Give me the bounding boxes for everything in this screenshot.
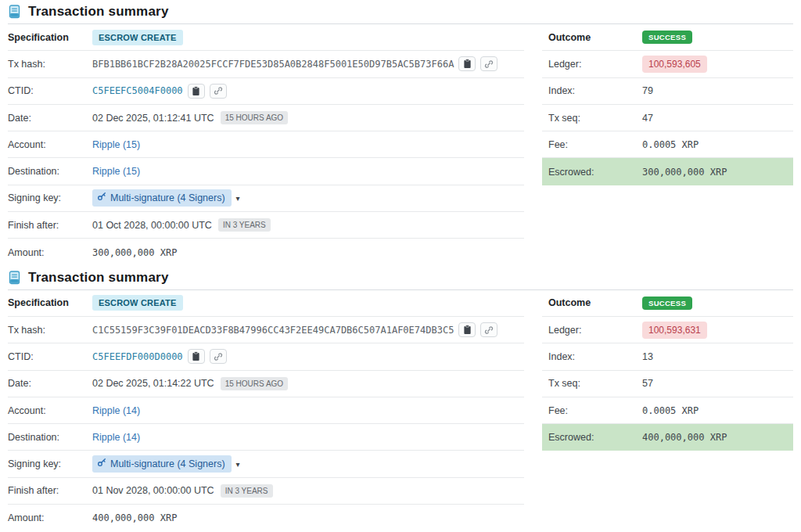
fee-label: Fee: <box>548 139 642 150</box>
date-row: Date: 02 Dec 2025, 01:14:22 UTC 15 HOURS… <box>8 371 524 397</box>
finish-after-label: Finish after: <box>8 485 92 496</box>
specification-panel: Specification ESCROW CREATE Tx hash: C1C… <box>8 290 524 532</box>
specification-label: Specification <box>8 297 92 308</box>
ledger-index-badge[interactable]: 100,593,605 <box>642 56 707 73</box>
fee-label: Fee: <box>548 405 642 416</box>
key-icon <box>97 458 106 469</box>
copy-tx-hash-button[interactable] <box>458 322 476 337</box>
amount-value: 400,000,000 XRP <box>92 512 177 523</box>
tx-seq-label: Tx seq: <box>548 113 642 124</box>
outcome-panel: Outcome SUCCESS Ledger: 100,593,631 Inde… <box>542 290 793 451</box>
success-badge: SUCCESS <box>642 31 692 44</box>
transaction-summary-section-1: Transaction summary Specification ESCROW… <box>8 0 793 266</box>
clipboard-icon <box>192 351 200 361</box>
index-label: Index: <box>548 85 642 96</box>
destination-label: Destination: <box>8 432 92 443</box>
account-link[interactable]: Ripple (15) <box>92 139 140 150</box>
success-badge: SUCCESS <box>642 297 692 310</box>
ctid-label: CTID: <box>8 85 92 96</box>
tx-hash-row: Tx hash: BFB1BB61BCF2B28A20025FCCF7FDE53… <box>8 51 524 77</box>
ctid-link-button[interactable] <box>210 349 227 364</box>
tx-hash-link-button[interactable] <box>480 56 497 71</box>
date-value: 02 Dec 2025, 01:14:22 UTC <box>92 378 214 389</box>
finish-after-label: Finish after: <box>8 220 92 231</box>
escrowed-label: Escrowed: <box>548 167 642 178</box>
destination-row: Destination: Ripple (15) <box>8 158 524 185</box>
tx-hash-value: BFB1BB61BCF2B28A20025FCCF7FDE53D85A0B284… <box>92 59 454 70</box>
signing-key-row: Signing key: Multi-signature (4 Signers)… <box>8 185 524 212</box>
tx-hash-label: Tx hash: <box>8 325 92 336</box>
account-row: Account: Ripple (14) <box>8 397 524 424</box>
amount-row: Amount: 400,000,000 XRP <box>8 505 524 531</box>
escrowed-label: Escrowed: <box>548 432 642 443</box>
finish-after-value: 01 Oct 2028, 00:00:00 UTC <box>92 220 212 231</box>
date-label: Date: <box>8 378 92 389</box>
link-icon <box>484 59 494 69</box>
index-value: 79 <box>642 85 653 96</box>
copy-tx-hash-button[interactable] <box>458 56 476 71</box>
date-value: 02 Dec 2025, 01:12:41 UTC <box>92 113 214 124</box>
ledger-row: Ledger: 100,593,631 <box>542 317 793 343</box>
multi-signature-badge[interactable]: Multi-signature (4 Signers) <box>92 455 232 473</box>
fee-value: 0.0005 XRP <box>642 405 699 416</box>
copy-ctid-button[interactable] <box>188 84 205 99</box>
account-link[interactable]: Ripple (14) <box>92 405 140 416</box>
signing-key-label: Signing key: <box>8 192 92 203</box>
amount-value: 300,000,000 XRP <box>92 247 177 258</box>
destination-label: Destination: <box>8 166 92 177</box>
signing-key-label: Signing key: <box>8 458 92 469</box>
specification-row: Specification ESCROW CREATE <box>8 290 524 317</box>
clipboard-icon <box>463 325 472 335</box>
ctid-row: CTID: C5FEEFDF000D0000 <box>8 343 524 370</box>
index-label: Index: <box>548 351 642 362</box>
clipboard-icon <box>463 59 472 69</box>
ledger-row: Ledger: 100,593,605 <box>542 51 793 77</box>
caret-down-icon[interactable]: ▾ <box>236 460 240 469</box>
tx-seq-label: Tx seq: <box>548 378 642 389</box>
account-row: Account: Ripple (15) <box>8 131 524 158</box>
ledger-label: Ledger: <box>548 325 642 336</box>
specification-row: Specification ESCROW CREATE <box>8 24 524 51</box>
multi-signature-label: Multi-signature (4 Signers) <box>110 458 225 469</box>
escrowed-value: 300,000,000 XRP <box>642 167 727 178</box>
tx-type-badge: ESCROW CREATE <box>92 295 183 311</box>
destination-link[interactable]: Ripple (14) <box>92 432 140 443</box>
multi-signature-badge[interactable]: Multi-signature (4 Signers) <box>92 189 232 207</box>
tx-hash-link-button[interactable] <box>480 322 497 337</box>
section-header: Transaction summary <box>8 0 793 24</box>
fee-row: Fee: 0.0005 XRP <box>542 131 793 158</box>
destination-link[interactable]: Ripple (15) <box>92 166 140 177</box>
escrowed-value: 400,000,000 XRP <box>642 432 727 443</box>
ledger-label: Ledger: <box>548 59 642 70</box>
ctid-link-button[interactable] <box>210 84 227 99</box>
tx-seq-value: 47 <box>642 113 653 124</box>
date-row: Date: 02 Dec 2025, 01:12:41 UTC 15 HOURS… <box>8 105 524 131</box>
ctid-value: C5FEEFC5004F0000 <box>92 85 183 96</box>
tx-seq-row: Tx seq: 57 <box>542 371 793 397</box>
multi-signature-label: Multi-signature (4 Signers) <box>110 192 225 203</box>
outcome-label: Outcome <box>548 32 642 43</box>
relative-time-badge: 15 HOURS AGO <box>221 111 288 124</box>
finish-after-row: Finish after: 01 Oct 2028, 00:00:00 UTC … <box>8 212 524 239</box>
finish-after-row: Finish after: 01 Nov 2028, 00:00:00 UTC … <box>8 478 524 505</box>
caret-down-icon[interactable]: ▾ <box>236 194 240 203</box>
specification-panel: Specification ESCROW CREATE Tx hash: BFB… <box>8 24 524 266</box>
destination-row: Destination: Ripple (14) <box>8 424 524 451</box>
escrowed-row: Escrowed: 300,000,000 XRP <box>542 158 793 185</box>
outcome-panel: Outcome SUCCESS Ledger: 100,593,605 Inde… <box>542 24 793 185</box>
page-title: Transaction summary <box>28 270 169 286</box>
index-value: 13 <box>642 351 653 362</box>
page-title: Transaction summary <box>28 4 169 20</box>
copy-ctid-button[interactable] <box>188 349 205 364</box>
account-label: Account: <box>8 139 92 150</box>
section-header: Transaction summary <box>8 266 793 290</box>
fee-value: 0.0005 XRP <box>642 139 699 150</box>
index-row: Index: 79 <box>542 78 793 105</box>
relative-time-badge: IN 3 YEARS <box>218 218 271 232</box>
amount-label: Amount: <box>8 247 92 258</box>
link-icon <box>214 352 223 361</box>
account-label: Account: <box>8 405 92 416</box>
index-row: Index: 13 <box>542 343 793 370</box>
relative-time-badge: IN 3 YEARS <box>221 484 273 498</box>
ledger-index-badge[interactable]: 100,593,631 <box>642 322 707 339</box>
